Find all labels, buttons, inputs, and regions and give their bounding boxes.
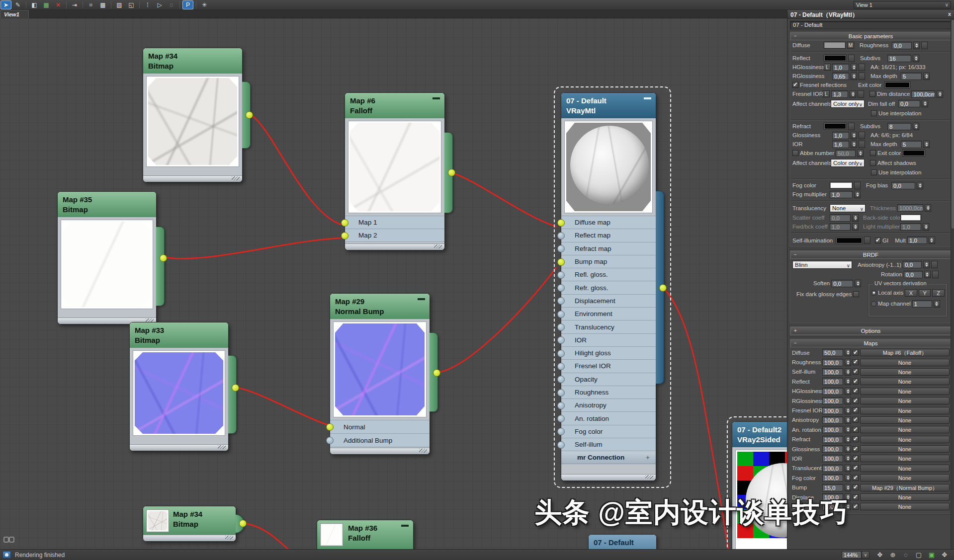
map-button[interactable]: None bbox=[860, 455, 950, 462]
output-socket[interactable] bbox=[448, 169, 455, 176]
input-socket[interactable] bbox=[557, 441, 565, 449]
dim-falloff-value[interactable]: 0,0 bbox=[898, 100, 920, 107]
fog-bias-spinner[interactable] bbox=[917, 182, 923, 189]
thickness-value[interactable]: 1000,0cm bbox=[897, 204, 923, 212]
mult-value[interactable]: 1,0 bbox=[907, 237, 927, 244]
subdivs-spinner[interactable] bbox=[913, 55, 919, 62]
fwdbck-spinner[interactable] bbox=[852, 223, 859, 231]
resize-grip[interactable] bbox=[645, 475, 653, 479]
map-enable-checkbox[interactable] bbox=[853, 427, 859, 433]
rollout-header[interactable]: − BRDF bbox=[790, 251, 951, 259]
map-enable-checkbox[interactable] bbox=[853, 407, 859, 413]
input-socket[interactable] bbox=[557, 258, 565, 266]
map-button[interactable]: None bbox=[860, 474, 950, 481]
use-interpolation-checkbox[interactable] bbox=[871, 110, 877, 116]
select-region-icon[interactable]: ◌ bbox=[166, 0, 177, 9]
map-amount-value[interactable]: 100,0 bbox=[822, 407, 843, 414]
map-amount-value[interactable]: 100,0 bbox=[822, 426, 843, 433]
reflect-max-depth-value[interactable]: 5 bbox=[901, 73, 922, 80]
slot-fresnel-ior[interactable]: Fresnel IOR bbox=[561, 360, 656, 373]
expand-icon[interactable]: + bbox=[793, 328, 798, 333]
pan-hand-icon[interactable]: ✥ bbox=[874, 551, 885, 559]
node-header[interactable]: 07 - Default2 VRay2Sided bbox=[732, 422, 787, 447]
map-amount-spinner[interactable] bbox=[845, 359, 851, 366]
map-enable-checkbox[interactable] bbox=[853, 350, 859, 356]
move-children-icon[interactable]: ⇥ bbox=[69, 0, 80, 9]
rotation-value[interactable]: 0,0 bbox=[904, 271, 923, 278]
fog-multiplier-value[interactable]: 1,0 bbox=[830, 191, 853, 198]
input-socket[interactable] bbox=[557, 402, 565, 409]
refract-max-depth-spinner[interactable] bbox=[923, 141, 930, 148]
rollout-header[interactable]: + Options bbox=[790, 327, 951, 335]
zoom-extents-selected-icon[interactable]: ▣ bbox=[926, 551, 937, 559]
map-amount-value[interactable]: 100,0 bbox=[822, 465, 843, 472]
slot-opacity[interactable]: Opacity bbox=[561, 373, 656, 386]
map-amount-spinner[interactable] bbox=[845, 416, 851, 424]
map-button[interactable]: Map #29（Normal Bump） bbox=[860, 484, 950, 491]
node-vraymtl[interactable]: 07 - Default VRayMtl Diffuse mapReflect … bbox=[561, 92, 656, 481]
rollout-header[interactable]: − Maps bbox=[790, 339, 951, 347]
map-channel-radio[interactable] bbox=[871, 301, 876, 307]
input-socket[interactable] bbox=[557, 336, 565, 344]
node-header[interactable]: Map #6 Falloff bbox=[345, 93, 444, 118]
slot-map-2[interactable]: Map 2 bbox=[345, 229, 444, 242]
tab-view1[interactable]: View1 bbox=[0, 10, 29, 18]
resize-grip[interactable] bbox=[419, 449, 427, 453]
map-button[interactable]: None bbox=[860, 388, 950, 395]
output-socket[interactable] bbox=[239, 520, 247, 527]
input-socket[interactable] bbox=[557, 271, 565, 279]
slot-self-illum[interactable]: Self-illum bbox=[561, 438, 656, 451]
output-socket[interactable] bbox=[246, 111, 253, 119]
map-amount-spinner[interactable] bbox=[845, 436, 851, 443]
map-amount-value[interactable]: 15,0 bbox=[822, 484, 843, 491]
collapse-icon[interactable]: − bbox=[793, 341, 798, 346]
slot-reflect-map[interactable]: Reflect map bbox=[561, 229, 656, 242]
slot-translucency[interactable]: Translucency bbox=[561, 320, 656, 333]
map-button[interactable]: None bbox=[860, 368, 950, 376]
fog-color-swatch[interactable] bbox=[830, 182, 853, 189]
minimize-icon[interactable] bbox=[433, 97, 440, 99]
fresnel-ior-lock-button[interactable]: L bbox=[823, 90, 830, 97]
map-enable-checkbox[interactable] bbox=[853, 359, 859, 365]
map-enable-checkbox[interactable] bbox=[853, 398, 859, 404]
hglossiness-map-button[interactable] bbox=[859, 64, 865, 71]
axis-x-button[interactable]: X bbox=[905, 289, 917, 297]
map-enable-checkbox[interactable] bbox=[853, 369, 859, 375]
map-button[interactable]: None bbox=[860, 397, 950, 404]
slot-additional-bump[interactable]: Additional Bump bbox=[330, 434, 430, 447]
slot-ior[interactable]: IOR bbox=[561, 334, 656, 347]
scatter-coeff-spinner[interactable] bbox=[852, 214, 859, 222]
map-amount-value[interactable]: 100,0 bbox=[822, 474, 843, 481]
dim-distance-value[interactable]: 100,0cm bbox=[911, 90, 935, 98]
map-enable-checkbox[interactable] bbox=[853, 484, 859, 490]
refract-subdivs-value[interactable]: 8 bbox=[887, 123, 911, 130]
slot-normal[interactable]: Normal bbox=[330, 420, 430, 434]
abbe-value[interactable]: 50,0 bbox=[836, 150, 856, 157]
input-socket[interactable] bbox=[326, 423, 334, 431]
map-button[interactable]: Map #6（Falloff） bbox=[860, 349, 950, 356]
hide-unused-nodeslots-icon[interactable]: ⌗ bbox=[86, 0, 96, 9]
map-amount-spinner[interactable] bbox=[845, 368, 851, 376]
layout-children-icon[interactable]: ▷ bbox=[154, 0, 165, 9]
diffuse-swatch[interactable] bbox=[824, 42, 846, 49]
self-illumination-map-button[interactable] bbox=[864, 237, 870, 244]
view-selector-dropdown[interactable]: View 1 bbox=[854, 1, 951, 8]
input-socket[interactable] bbox=[557, 232, 565, 240]
map-enable-checkbox[interactable] bbox=[853, 465, 859, 471]
ior-spinner[interactable] bbox=[851, 141, 857, 148]
input-socket[interactable] bbox=[557, 376, 565, 383]
input-socket[interactable] bbox=[326, 437, 334, 444]
light-multiplier-value[interactable]: 1,0 bbox=[900, 223, 921, 231]
resize-grip[interactable] bbox=[434, 244, 442, 248]
input-socket[interactable] bbox=[557, 311, 565, 318]
minimize-icon[interactable] bbox=[418, 298, 425, 300]
diffuse-m-button[interactable]: M bbox=[847, 42, 854, 49]
slot-environment[interactable]: Environment bbox=[561, 308, 656, 320]
map-enable-checkbox[interactable] bbox=[853, 456, 859, 462]
input-socket[interactable] bbox=[557, 297, 565, 305]
input-socket[interactable] bbox=[557, 415, 565, 422]
collapse-icon[interactable]: − bbox=[793, 252, 798, 257]
node-map29-normalbump[interactable]: Map #29 Normal Bump NormalAdditional Bum… bbox=[330, 293, 430, 455]
scatter-coeff-value[interactable]: 0,0 bbox=[830, 214, 851, 222]
abbe-checkbox[interactable] bbox=[792, 150, 798, 156]
